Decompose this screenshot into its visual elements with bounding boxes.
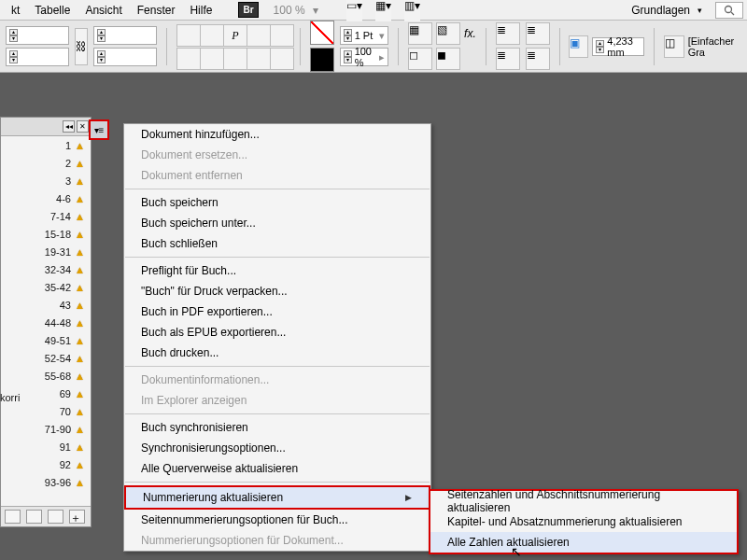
view-options-icon[interactable]: ▥▾ xyxy=(404,0,420,21)
menu-item[interactable]: Fenster xyxy=(130,2,183,19)
menu-item[interactable]: Buch synchronisieren xyxy=(124,417,430,438)
menu-item[interactable]: Tabelle xyxy=(27,2,78,19)
text-wrap-icon[interactable]: ≣ xyxy=(526,22,550,45)
book-row[interactable]: 2 xyxy=(1,154,91,172)
screen-mode-icon[interactable]: ▭▾ xyxy=(346,0,362,21)
menu-item-label: Seitennummerierungsoptionen für Buch... xyxy=(141,513,347,526)
warning-icon xyxy=(75,211,87,222)
tool-icon[interactable]: P xyxy=(223,24,247,47)
menu-item[interactable]: Preflight für Buch... xyxy=(124,260,430,281)
tool-icon[interactable] xyxy=(200,48,224,70)
menu-item[interactable]: "Buch" für Druck verpacken... xyxy=(124,281,430,301)
sync-icon[interactable] xyxy=(5,510,21,524)
corner-options-icon[interactable]: ◫ xyxy=(664,35,684,58)
h-field[interactable]: ▴▾ xyxy=(93,48,157,66)
warning-icon xyxy=(75,158,87,169)
menu-item[interactable]: Buch in PDF exportieren... xyxy=(124,301,430,322)
bridge-icon[interactable]: Br xyxy=(238,2,258,18)
menu-item[interactable]: Buch speichern unter... xyxy=(124,213,430,233)
submenu-item[interactable]: Seitenzahlen und Abschnittsnummerierung … xyxy=(430,491,737,511)
search-input[interactable] xyxy=(715,2,743,19)
effects-icon[interactable]: ▧ xyxy=(436,22,460,45)
effects-icon[interactable]: ◻ xyxy=(408,48,432,70)
book-row[interactable]: 91 xyxy=(1,438,91,455)
warning-icon xyxy=(75,406,87,417)
text-wrap-icon[interactable]: ≣ xyxy=(496,22,520,45)
y-position-field[interactable]: ▴▾ xyxy=(6,48,69,66)
book-row[interactable]: 7-14 xyxy=(1,207,91,225)
book-row[interactable]: 19-31 xyxy=(1,243,91,260)
tool-icon[interactable] xyxy=(270,48,294,70)
book-row[interactable]: 1 xyxy=(1,136,91,154)
arrange-icon[interactable]: ▦▾ xyxy=(375,0,391,21)
stroke-weight-field[interactable]: ▴▾1 Pt▾ xyxy=(340,26,389,45)
book-row[interactable]: 32-34 xyxy=(1,260,91,278)
page-range-label: 35-42 xyxy=(37,282,71,293)
book-row[interactable]: 52-54 xyxy=(1,349,91,367)
panel-close-icon[interactable]: ✕ xyxy=(77,120,89,133)
menu-item-label: Alle Querverweise aktualisieren xyxy=(141,462,298,475)
book-row[interactable]: 4-6 xyxy=(1,189,91,207)
book-row[interactable]: 71-90 xyxy=(1,420,91,438)
tool-icon[interactable] xyxy=(247,48,271,70)
book-row[interactable]: 49-51 xyxy=(1,331,91,349)
submenu-item[interactable]: Kapitel- und Absatznummerierung aktualis… xyxy=(430,511,737,532)
menu-item[interactable]: Buch drucken... xyxy=(124,343,430,363)
menu-item[interactable]: Hilfe xyxy=(182,2,219,19)
text-wrap-icon[interactable]: ≣ xyxy=(496,48,520,70)
add-doc-icon[interactable]: ＋ xyxy=(69,510,85,524)
opacity-field[interactable]: ▴▾100 %▸ xyxy=(340,48,389,66)
numbering-submenu: Seitenzahlen und Abschnittsnummerierung … xyxy=(429,489,739,554)
book-row[interactable]: 44-48 xyxy=(1,314,91,331)
tool-icon[interactable] xyxy=(247,24,271,47)
print-icon[interactable] xyxy=(48,510,63,524)
fx-icon[interactable]: fx. xyxy=(464,27,476,40)
text-wrap-icon[interactable]: ≣ xyxy=(526,48,550,70)
menu-item[interactable]: Buch speichern xyxy=(124,192,430,213)
warning-icon xyxy=(75,477,87,488)
zoom-level[interactable]: 100 % xyxy=(274,4,305,17)
effects-icon[interactable]: ▦ xyxy=(408,22,432,45)
submenu-item[interactable]: Alle Zahlen aktualisieren xyxy=(430,532,737,553)
fill-swatch-icon[interactable] xyxy=(310,48,334,72)
panel-collapse-icon[interactable]: ◂◂ xyxy=(63,120,75,133)
book-row[interactable]: 70 xyxy=(1,402,91,420)
link-icon[interactable]: ⛓ xyxy=(75,28,88,65)
book-row[interactable]: 55-68 xyxy=(1,367,91,385)
book-panel-footer: ＋ xyxy=(1,506,91,526)
tool-icon[interactable] xyxy=(176,24,201,47)
style-dropdown[interactable]: [Einfacher Gra xyxy=(688,35,741,58)
book-row[interactable]: 93-96 xyxy=(1,473,91,491)
stroke-none-icon[interactable] xyxy=(310,21,334,45)
warning-icon xyxy=(75,353,87,364)
page-range-label: 43 xyxy=(37,300,71,311)
menu-item[interactable]: Buch als EPUB exportieren... xyxy=(124,322,430,343)
effects-icon[interactable]: ◼ xyxy=(436,48,460,70)
menu-item[interactable]: Buch schließen xyxy=(124,233,430,254)
menu-item[interactable]: kt xyxy=(4,2,27,19)
menu-item[interactable]: Nummerierung aktualisieren▶ xyxy=(126,487,429,508)
menu-item[interactable]: Ansicht xyxy=(78,2,129,19)
menu-item[interactable]: Synchronisierungsoptionen... xyxy=(124,438,430,458)
book-row[interactable]: 43 xyxy=(1,296,91,314)
menu-item[interactable]: Alle Querverweise aktualisieren xyxy=(124,458,430,479)
book-row[interactable]: 3 xyxy=(1,172,91,189)
tool-icon[interactable] xyxy=(223,48,247,70)
w-field[interactable]: ▴▾ xyxy=(93,26,157,45)
measurement-field[interactable]: ▴▾4,233 mm xyxy=(592,37,644,56)
menu-item[interactable]: Seitennummerierungsoptionen für Buch... xyxy=(124,510,430,530)
panel-flyout-menu-button[interactable]: ▾≡ xyxy=(89,119,109,140)
book-row[interactable]: 35-42 xyxy=(1,278,91,296)
frame-fit-icon[interactable]: ▣ xyxy=(569,35,588,58)
main-menubar: kt Tabelle Ansicht Fenster Hilfe Br 100 … xyxy=(0,0,747,21)
x-position-field[interactable]: ▴▾ xyxy=(6,26,69,45)
book-row[interactable]: 15-18 xyxy=(1,225,91,243)
tool-icon[interactable] xyxy=(176,48,201,70)
book-row[interactable]: 92 xyxy=(1,455,91,473)
menu-item[interactable]: Dokument hinzufügen... xyxy=(124,124,430,145)
book-document-list[interactable]: 1234-67-1415-1819-3132-3435-424344-4849-… xyxy=(1,136,91,506)
tool-icon[interactable] xyxy=(200,24,224,47)
save-icon[interactable] xyxy=(26,510,42,524)
tool-icon[interactable] xyxy=(270,24,294,47)
workspace-switcher[interactable]: Grundlagen▾ xyxy=(624,2,710,19)
